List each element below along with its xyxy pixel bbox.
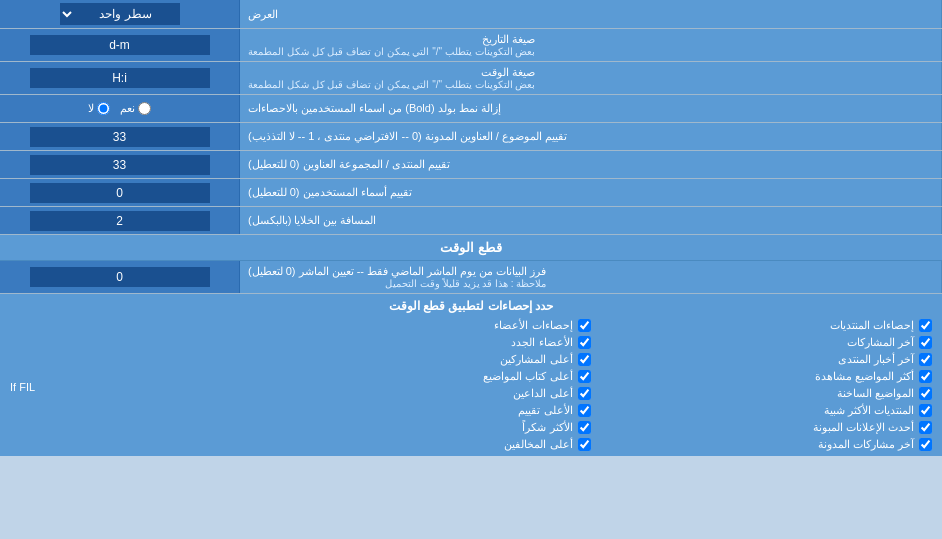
display-mode-input: سطر واحد سطرين ثلاثة أسطر — [0, 0, 240, 28]
checkbox-item: المواضيع الساخنة — [591, 387, 932, 400]
cb-last-posts[interactable] — [919, 336, 932, 349]
checkbox-item: أعلى كتاب المواضيع — [249, 370, 590, 383]
cb-top-posters[interactable] — [578, 353, 591, 366]
users-order-field[interactable] — [30, 183, 210, 203]
cutoff-label: فرز البيانات من يوم الماشر الماضي فقط --… — [240, 261, 942, 293]
checkbox-item: أعلى المخالفين — [249, 438, 590, 451]
checkbox-item: الأعضاء الجدد — [249, 336, 590, 349]
cell-spacing-row: المسافة بين الخلايا (بالبكسل) — [0, 207, 942, 235]
topics-order-input — [0, 123, 240, 150]
cb-latest-news[interactable] — [919, 421, 932, 434]
checkbox-item: الأعلى تقييم — [249, 404, 590, 417]
users-order-row: تقييم أسماء المستخدمين (0 للتعطيل) — [0, 179, 942, 207]
forum-order-input — [0, 151, 240, 178]
cb-last-news[interactable] — [919, 353, 932, 366]
date-format-field[interactable] — [30, 35, 210, 55]
cell-spacing-label: المسافة بين الخلايا (بالبكسل) — [240, 207, 942, 234]
cb-top-writers[interactable] — [578, 370, 591, 383]
display-mode-label: العرض — [240, 0, 942, 28]
cb-blog-posts[interactable] — [919, 438, 932, 451]
radio-yes-label[interactable]: نعم — [120, 102, 151, 115]
date-format-input — [0, 29, 240, 61]
checkbox-item: أعلى الداعين — [249, 387, 590, 400]
cb-popular-forums[interactable] — [919, 404, 932, 417]
forum-order-row: تقييم المنتدى / المجموعة العناوين (0 للت… — [0, 151, 942, 179]
checkboxes-title-row: حدد إحصاءات لتطبيق قطع الوقت — [10, 299, 932, 313]
display-mode-select[interactable]: سطر واحد سطرين ثلاثة أسطر — [60, 3, 180, 25]
cb-top-violators[interactable] — [578, 438, 591, 451]
checkboxes-title-center: حدد إحصاءات لتطبيق قطع الوقت — [10, 299, 932, 313]
cutoff-input — [0, 261, 240, 293]
checkbox-item: إحصاءات الأعضاء — [249, 319, 590, 332]
topics-order-label: تقييم الموضوع / العناوين المدونة (0 -- ا… — [240, 123, 942, 150]
cb-new-members[interactable] — [578, 336, 591, 349]
radio-no-label[interactable]: لا — [88, 102, 110, 115]
radio-no[interactable] — [97, 102, 110, 115]
checkboxes-section: حدد إحصاءات لتطبيق قطع الوقت إحصاءات الم… — [0, 294, 942, 456]
cb-most-thanked[interactable] — [578, 421, 591, 434]
forum-order-field[interactable] — [30, 155, 210, 175]
cutoff-row: فرز البيانات من يوم الماشر الماضي فقط --… — [0, 261, 942, 294]
time-format-row: صيغة الوقت بعض التكوينات يتطلب "/" التي … — [0, 62, 942, 95]
display-mode-row: العرض سطر واحد سطرين ثلاثة أسطر — [0, 0, 942, 29]
remove-bold-radio-group: نعم لا — [80, 102, 159, 115]
users-order-label: تقييم أسماء المستخدمين (0 للتعطيل) — [240, 179, 942, 206]
remove-bold-input: نعم لا — [0, 95, 240, 122]
users-order-input — [0, 179, 240, 206]
main-container: العرض سطر واحد سطرين ثلاثة أسطر صيغة الت… — [0, 0, 942, 456]
remove-bold-row: إزالة نمط بولد (Bold) من اسماء المستخدمي… — [0, 95, 942, 123]
cutoff-field[interactable] — [30, 267, 210, 287]
cb-top-rated[interactable] — [578, 404, 591, 417]
checkbox-item: المنتديات الأكثر شبية — [591, 404, 932, 417]
cell-spacing-input — [0, 207, 240, 234]
cutoff-section-header: قطع الوقت — [0, 235, 942, 261]
date-format-label: صيغة التاريخ بعض التكوينات يتطلب "/" الت… — [240, 29, 942, 61]
topics-order-field[interactable] — [30, 127, 210, 147]
forum-order-label: تقييم المنتدى / المجموعة العناوين (0 للت… — [240, 151, 942, 178]
checkboxes-col-2: إحصاءات الأعضاء الأعضاء الجدد أعلى المشا… — [249, 319, 590, 451]
checkboxes-col-1: إحصاءات المنتديات آخر المشاركات آخر أخبا… — [591, 319, 932, 451]
cb-top-callers[interactable] — [578, 387, 591, 400]
remove-bold-label: إزالة نمط بولد (Bold) من اسماء المستخدمي… — [240, 95, 942, 122]
time-format-field[interactable] — [30, 68, 210, 88]
cb-hot-topics[interactable] — [919, 387, 932, 400]
checkbox-item: إحصاءات المنتديات — [591, 319, 932, 332]
cb-members-stats[interactable] — [578, 319, 591, 332]
checkbox-item: آخر أخبار المنتدى — [591, 353, 932, 366]
cb-most-viewed[interactable] — [919, 370, 932, 383]
checkboxes-col-3: If FIL — [10, 319, 249, 451]
cb-forum-stats[interactable] — [919, 319, 932, 332]
topics-order-row: تقييم الموضوع / العناوين المدونة (0 -- ا… — [0, 123, 942, 151]
checkbox-item: الأكثر شكراً — [249, 421, 590, 434]
date-format-row: صيغة التاريخ بعض التكوينات يتطلب "/" الت… — [0, 29, 942, 62]
checkbox-item: آخر المشاركات — [591, 336, 932, 349]
checkboxes-grid: إحصاءات المنتديات آخر المشاركات آخر أخبا… — [10, 319, 932, 451]
if-fil-label: If FIL — [10, 381, 35, 393]
checkbox-item: أحدث الإعلانات المبونة — [591, 421, 932, 434]
time-format-input — [0, 62, 240, 94]
checkbox-item: أعلى المشاركين — [249, 353, 590, 366]
checkbox-item: آخر مشاركات المدونة — [591, 438, 932, 451]
time-format-label: صيغة الوقت بعض التكوينات يتطلب "/" التي … — [240, 62, 942, 94]
checkbox-item: أكثر المواضيع مشاهدة — [591, 370, 932, 383]
cell-spacing-field[interactable] — [30, 211, 210, 231]
radio-yes[interactable] — [138, 102, 151, 115]
